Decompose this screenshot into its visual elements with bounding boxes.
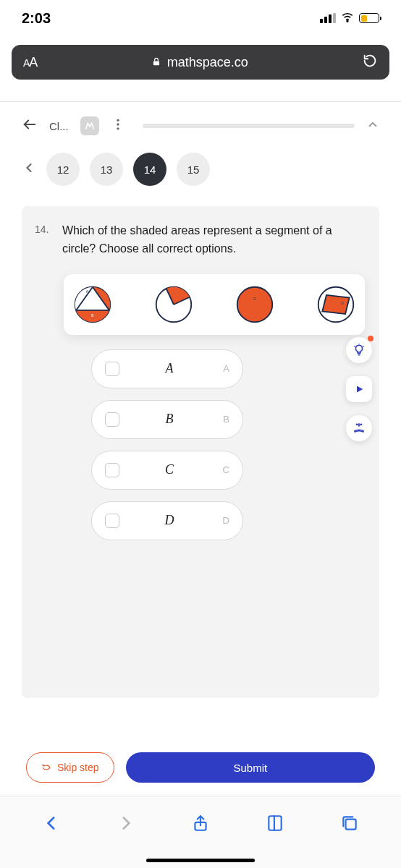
status-icons <box>320 9 379 27</box>
question-chip-14[interactable]: 14 <box>133 153 166 186</box>
side-tools <box>346 337 372 441</box>
svg-point-22 <box>360 424 361 425</box>
notification-dot <box>368 336 373 341</box>
svg-point-4 <box>117 123 119 125</box>
option-label: A <box>132 361 206 376</box>
option-tag: C <box>219 464 229 475</box>
svg-rect-1 <box>153 61 159 65</box>
svg-text:B: B <box>91 313 93 317</box>
option-a[interactable]: A A <box>91 349 243 388</box>
prev-question-button[interactable] <box>22 161 36 178</box>
url-bar[interactable]: AA mathspace.co <box>12 45 389 80</box>
worked-example-button[interactable] <box>346 415 372 441</box>
logo-icon[interactable] <box>80 116 99 135</box>
collapse-button[interactable] <box>366 118 379 134</box>
clock: 2:03 <box>22 10 51 27</box>
option-label: B <box>132 412 206 427</box>
option-c[interactable]: C C <box>91 451 243 490</box>
lock-icon <box>151 55 161 70</box>
text-size-button[interactable]: AA <box>23 55 37 70</box>
option-tag: A <box>219 363 229 374</box>
question-nav: 12 13 14 15 <box>0 142 401 196</box>
progress-bar <box>143 124 355 128</box>
url-display[interactable]: mathspace.co <box>46 55 353 70</box>
checkbox[interactable] <box>105 412 119 427</box>
battery-icon <box>359 13 379 23</box>
diagram-a: A B <box>72 284 113 325</box>
skip-step-button[interactable]: Skip step <box>26 752 114 783</box>
app-bar: Cl... <box>0 102 401 142</box>
diagram-card[interactable]: A B C D <box>64 274 365 335</box>
video-button[interactable] <box>346 376 372 402</box>
footer-buttons: Skip step Submit <box>26 752 375 783</box>
submit-button[interactable]: Submit <box>126 752 375 783</box>
checkbox[interactable] <box>105 514 119 528</box>
breadcrumb[interactable]: Cl... <box>49 120 69 132</box>
checkbox[interactable] <box>105 463 119 477</box>
diagram-d: D <box>316 284 356 325</box>
svg-marker-20 <box>357 386 363 393</box>
back-button[interactable] <box>22 116 38 135</box>
more-menu-button[interactable] <box>111 117 125 135</box>
diagram-c: C <box>235 284 275 325</box>
svg-point-21 <box>356 424 357 425</box>
diagram-b <box>153 284 194 325</box>
status-bar: 2:03 <box>0 0 401 36</box>
svg-point-3 <box>117 119 119 122</box>
option-label: C <box>132 462 206 477</box>
svg-point-5 <box>117 127 119 129</box>
option-b[interactable]: B B <box>91 400 243 439</box>
question-panel: 14. Which of the shaded areas represent … <box>22 206 379 698</box>
option-label: D <box>132 513 206 528</box>
svg-rect-24 <box>345 819 355 829</box>
skip-icon <box>41 762 51 773</box>
skip-label: Skip step <box>57 762 99 773</box>
browser-forward-button[interactable] <box>117 814 135 835</box>
checkbox[interactable] <box>105 362 119 376</box>
question-number: 14. <box>35 222 52 540</box>
bookmarks-button[interactable] <box>266 814 284 835</box>
reload-button[interactable] <box>362 53 378 72</box>
question-text: Which of the shaded areas represent a se… <box>62 222 366 258</box>
tabs-button[interactable] <box>340 814 359 835</box>
share-button[interactable] <box>191 814 210 835</box>
cellular-icon <box>320 13 336 23</box>
browser-toolbar <box>0 796 401 868</box>
domain-text: mathspace.co <box>167 55 248 70</box>
option-tag: D <box>219 515 229 526</box>
question-chip-15[interactable]: 15 <box>177 153 210 186</box>
hint-button[interactable] <box>346 337 372 363</box>
question-chip-12[interactable]: 12 <box>46 153 80 186</box>
option-d[interactable]: D D <box>91 501 243 540</box>
svg-point-0 <box>347 20 348 22</box>
options-list: A A B B C C D D <box>91 349 366 540</box>
browser-back-button[interactable] <box>42 814 61 835</box>
option-tag: B <box>219 414 229 425</box>
wifi-icon <box>340 9 355 27</box>
question-chip-13[interactable]: 13 <box>90 153 123 186</box>
home-indicator[interactable] <box>146 859 255 862</box>
svg-marker-18 <box>322 295 349 314</box>
svg-point-15 <box>237 286 273 322</box>
